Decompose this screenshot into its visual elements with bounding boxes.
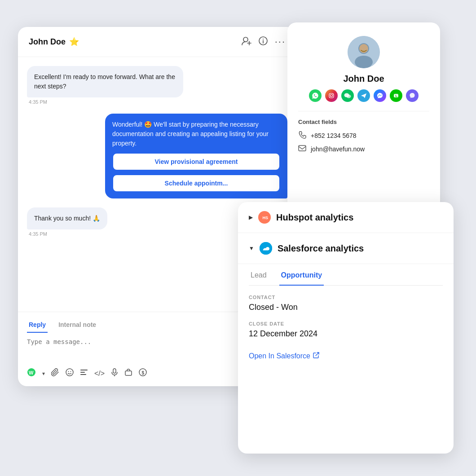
contact-panel: John Doe bbox=[287, 22, 440, 211]
sf-tabs: Lead Opportunity bbox=[249, 266, 443, 286]
tab-reply[interactable]: Reply bbox=[27, 317, 48, 333]
star-icon: ⭐ bbox=[69, 37, 79, 47]
add-user-icon[interactable] bbox=[242, 36, 251, 48]
svg-rect-14 bbox=[113, 369, 116, 373]
hubspot-title: Hubspot analytics bbox=[276, 212, 353, 223]
message-time-1: 4:35 PM bbox=[27, 99, 183, 105]
view-provisional-agreement-button[interactable]: View provisional agreement bbox=[112, 153, 280, 171]
email-icon bbox=[298, 145, 306, 153]
chat-header: John Doe ⭐ ··· bbox=[18, 27, 296, 57]
open-in-salesforce-link[interactable]: Open In Salesforce bbox=[249, 352, 319, 360]
sf-content: CONTACT Closed - Won CLOSE DATE 12 Decem… bbox=[249, 286, 443, 369]
message-received-2: Thank you so much! 🙏 4:35 PM bbox=[27, 207, 107, 237]
svg-point-8 bbox=[66, 369, 73, 376]
chevron-toolbar-icon[interactable]: ▾ bbox=[42, 370, 45, 377]
contact-divider bbox=[298, 111, 429, 111]
bubble-received-2: Thank you so much! 🙏 bbox=[27, 207, 107, 229]
svg-point-25 bbox=[333, 94, 334, 95]
viber-icon[interactable] bbox=[406, 89, 419, 102]
avatar bbox=[348, 36, 380, 68]
line-icon[interactable]: L bbox=[390, 89, 402, 102]
chat-header-actions: ··· bbox=[242, 36, 286, 48]
telegram-icon[interactable] bbox=[357, 89, 370, 102]
svg-text:W: W bbox=[29, 370, 34, 375]
dollar-icon[interactable]: $ bbox=[139, 368, 147, 379]
message-sent-1: Wonderful! 🤩 We'll start by preparing th… bbox=[105, 114, 287, 198]
social-icons: L bbox=[309, 89, 419, 102]
message-received-1: Excellent! I'm ready to move forward. Wh… bbox=[27, 66, 183, 105]
chat-header-left: John Doe ⭐ bbox=[29, 37, 79, 47]
info-icon[interactable] bbox=[259, 36, 268, 48]
phone-icon bbox=[298, 131, 306, 141]
sf-contact-label: CONTACT bbox=[249, 295, 443, 300]
instagram-icon[interactable] bbox=[325, 89, 338, 102]
analytics-panel: ▶ HS Hubspot analytics ▼ Salesforce anal… bbox=[238, 202, 454, 454]
svg-point-9 bbox=[68, 371, 69, 372]
bubble-received-1: Excellent! I'm ready to move forward. Wh… bbox=[27, 66, 183, 97]
sf-close-date-value: 12 December 2024 bbox=[249, 329, 443, 339]
text-format-icon[interactable] bbox=[80, 368, 88, 379]
hubspot-chevron: ▶ bbox=[249, 214, 253, 220]
wechat-icon[interactable] bbox=[341, 89, 354, 102]
contact-phone: +852 1234 5678 bbox=[311, 132, 357, 139]
mic-icon[interactable] bbox=[111, 368, 118, 379]
tab-lead[interactable]: Lead bbox=[249, 266, 269, 286]
salesforce-chevron: ▼ bbox=[249, 245, 254, 251]
action-buttons: View provisional agreement Schedule appo… bbox=[112, 153, 280, 192]
svg-point-21 bbox=[355, 56, 373, 68]
sf-contact-field: CONTACT Closed - Won bbox=[249, 295, 443, 312]
code-icon[interactable]: </> bbox=[94, 370, 105, 378]
svg-point-10 bbox=[71, 371, 71, 372]
attach-icon[interactable] bbox=[51, 368, 59, 379]
contact-email: john@havefun.now bbox=[311, 145, 365, 153]
external-link-icon bbox=[313, 352, 319, 360]
hubspot-analytics-item[interactable]: ▶ HS Hubspot analytics bbox=[238, 202, 454, 233]
salesforce-logo bbox=[260, 242, 272, 255]
svg-point-24 bbox=[331, 95, 333, 97]
emoji-icon[interactable] bbox=[66, 368, 74, 379]
svg-rect-12 bbox=[80, 372, 85, 373]
salesforce-section: Lead Opportunity CONTACT Closed - Won CL… bbox=[238, 264, 454, 369]
sf-close-date-label: CLOSE DATE bbox=[249, 321, 443, 326]
svg-rect-31 bbox=[299, 145, 306, 151]
tab-opportunity[interactable]: Opportunity bbox=[279, 266, 324, 286]
more-options-icon[interactable]: ··· bbox=[275, 36, 286, 48]
sf-contact-value: Closed - Won bbox=[249, 303, 443, 312]
hubspot-logo: HS bbox=[258, 211, 271, 224]
svg-point-27 bbox=[347, 95, 351, 98]
svg-text:HS: HS bbox=[263, 216, 269, 220]
svg-text:$: $ bbox=[142, 370, 145, 375]
whatsapp-icon[interactable] bbox=[309, 89, 322, 102]
svg-point-5 bbox=[263, 39, 264, 40]
svg-rect-11 bbox=[80, 370, 88, 370]
salesforce-analytics-item[interactable]: ▼ Salesforce analytics bbox=[238, 233, 454, 264]
svg-rect-13 bbox=[80, 374, 86, 375]
message-time-3: 4:35 PM bbox=[27, 231, 107, 237]
whatsapp-toolbar-icon[interactable]: W bbox=[27, 368, 36, 379]
svg-text:L: L bbox=[396, 94, 398, 97]
contact-name-header: John Doe bbox=[29, 37, 66, 47]
sf-close-date-field: CLOSE DATE 12 December 2024 bbox=[249, 321, 443, 339]
messenger-icon[interactable] bbox=[374, 89, 386, 102]
svg-line-35 bbox=[316, 353, 319, 356]
contact-email-field: john@havefun.now bbox=[298, 145, 365, 153]
tab-internal-note[interactable]: Internal note bbox=[57, 317, 98, 333]
bubble-sent-1: Wonderful! 🤩 We'll start by preparing th… bbox=[105, 114, 287, 198]
svg-rect-16 bbox=[125, 371, 132, 375]
salesforce-title: Salesforce analytics bbox=[278, 243, 364, 254]
contact-name: John Doe bbox=[343, 74, 384, 84]
contact-phone-field: +852 1234 5678 bbox=[298, 131, 357, 141]
bag-icon[interactable] bbox=[124, 368, 132, 379]
schedule-appointment-button[interactable]: Schedule appointm... bbox=[112, 174, 280, 192]
svg-point-0 bbox=[243, 37, 248, 42]
contact-fields-title: Contact fields bbox=[298, 119, 337, 125]
